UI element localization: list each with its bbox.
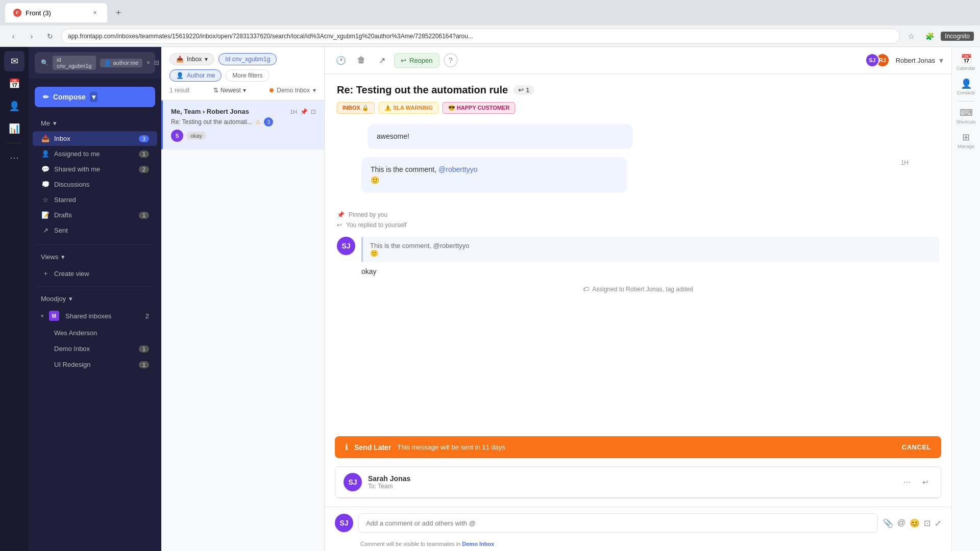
pinned-bar: 📌 Pinned by you: [337, 211, 939, 218]
conv-from: Me, Team › Robert Jonas: [171, 108, 249, 115]
attach-btn[interactable]: 📎: [883, 518, 893, 528]
conv-avatar: S: [171, 130, 183, 142]
nav-discussions[interactable]: 💭 Discussions: [33, 177, 157, 192]
toolbar-left: 🕐 🗑 ↗ ↩ Reopen ?: [333, 52, 458, 68]
rs-calendar[interactable]: 📅 Calendar: [956, 52, 976, 72]
nav-me-section: Me ▾ 📥 Inbox 3 👤 Assigned to me 1 💬 Shar…: [29, 113, 161, 240]
inbox-dot: [270, 88, 274, 92]
conv-item-1[interactable]: Me, Team › Robert Jonas 1H 📌 ⊡ Re: Testi…: [161, 101, 324, 149]
reopen-btn[interactable]: ↩ Reopen: [394, 53, 439, 68]
expand-btn[interactable]: ⤢: [935, 518, 941, 528]
tag-happy[interactable]: 😎 HAPPY CUSTOMER: [443, 102, 516, 114]
filter-chip-inbox[interactable]: 📥 Inbox ▾: [169, 53, 214, 65]
browser-tab[interactable]: F Front (3) ×: [5, 3, 107, 22]
nav-me-header[interactable]: Me ▾: [33, 116, 157, 131]
back-btn[interactable]: ‹: [6, 29, 20, 43]
new-tab-btn[interactable]: +: [111, 6, 126, 20]
browser-chrome: F Front (3) × +: [0, 0, 980, 26]
sidebar-icon-contacts[interactable]: 👤: [4, 96, 24, 116]
nav-shared-with-me[interactable]: 💬 Shared with me 2: [33, 162, 157, 177]
tab-title: Front (3): [26, 9, 51, 17]
inbox-chip-icon: 📥: [176, 56, 184, 63]
sort-button[interactable]: ⇅ Newest ▾: [213, 87, 246, 94]
conv-header: 📥 Inbox ▾ Id cnv_xgubm1g 👤 Author me Mor…: [161, 47, 324, 101]
compose-chevron[interactable]: ▾: [90, 92, 97, 102]
tab-close-btn[interactable]: ×: [91, 9, 99, 17]
address-bar[interactable]: app.frontapp.com/inboxes/teammates/15619…: [61, 29, 900, 44]
email-row-reply: SJ This is the comment, @roberttyyo 🙂 ok…: [337, 237, 939, 276]
conversation-panel: 📥 Inbox ▾ Id cnv_xgubm1g 👤 Author me Mor…: [161, 47, 325, 551]
tag-sla[interactable]: ⚠️ SLA WARNING: [379, 102, 438, 114]
nav-drafts[interactable]: 📝 Drafts 1: [33, 208, 157, 222]
conv-pin-icon: 📌: [300, 108, 308, 115]
filter-chip-author[interactable]: 👤 Author me: [169, 69, 222, 82]
extensions-btn[interactable]: 🧩: [922, 29, 937, 43]
nav-assigned-to-me[interactable]: 👤 Assigned to me 1: [33, 146, 157, 161]
search-clear-btn[interactable]: ×: [146, 59, 150, 66]
send-btn[interactable]: ↗: [374, 52, 390, 68]
nav-sent[interactable]: ↗ Sent: [33, 223, 157, 238]
cancel-send-later-btn[interactable]: CANCEL: [902, 443, 931, 451]
send-later-banner: ℹ Send Later This message will be sent i…: [335, 436, 941, 458]
nav-create-view[interactable]: ＋ Create view: [33, 265, 157, 282]
comment-bubble-2: This is the comment, @roberttyyo 🙂: [361, 157, 627, 193]
quoted-text: This is the comment, @roberttyyo 🙂: [370, 242, 932, 257]
send-later-text: This message will be sent in 11 days: [397, 443, 895, 451]
star-btn[interactable]: ☆: [904, 29, 918, 43]
gif-btn[interactable]: ⊡: [924, 518, 930, 528]
rs-contacts[interactable]: 👤 Contacts: [956, 77, 976, 97]
forward-btn[interactable]: ›: [24, 29, 39, 43]
comment-input[interactable]: [358, 513, 878, 533]
sidebar-icon-inbox[interactable]: ✉: [4, 51, 24, 71]
demo-inbox-badge: 1: [139, 345, 149, 353]
trash-btn[interactable]: 🗑: [353, 52, 370, 68]
nav-moodjoy-header[interactable]: Moodjoy ▾: [33, 291, 157, 306]
nav-ui-redesign[interactable]: UI Redesign 1: [33, 357, 157, 372]
help-btn[interactable]: ?: [444, 53, 458, 67]
draft-from: Sarah Jonas: [368, 474, 894, 483]
comment-inbox-link[interactable]: Demo Inbox: [462, 541, 494, 547]
inbox-label[interactable]: Demo Inbox ▾: [270, 87, 316, 94]
more-filters-btn[interactable]: More filters: [226, 69, 269, 82]
warn-icon: ⚠: [255, 118, 261, 126]
sidebar-icon-calendar[interactable]: 📅: [4, 73, 24, 94]
draft-reply-btn[interactable]: ↩: [918, 475, 933, 489]
nav-views-header[interactable]: Views ▾: [33, 249, 157, 264]
sidebar-icon-more[interactable]: ⋯: [4, 147, 24, 168]
create-view-icon: ＋: [41, 269, 50, 278]
compose-button[interactable]: ✏ Compose ▾: [35, 87, 155, 107]
rs-manage[interactable]: ⊞ Manage: [956, 130, 976, 151]
nav-demo-inbox[interactable]: Demo Inbox 1: [33, 341, 157, 356]
conv-archive-icon[interactable]: ⊡: [311, 108, 316, 115]
browser-nav: ‹ › ↻ app.frontapp.com/inboxes/teammates…: [0, 26, 980, 47]
tag-inbox[interactable]: INBOX 🔒: [337, 102, 375, 114]
nav-shared-inboxes-header[interactable]: ▾ M Shared inboxes 2: [33, 307, 157, 324]
draft-more-btn[interactable]: ⋯: [900, 475, 914, 489]
assignee-group: SJ RJ Robert Jonas ▾: [865, 53, 943, 67]
mention-btn[interactable]: @: [897, 518, 905, 528]
inbox-icon: 📥: [41, 135, 50, 142]
email-row-content-2: This is the comment, @roberttyyo 🙂: [361, 157, 925, 201]
emoji-btn[interactable]: 😊: [910, 518, 920, 528]
avatar-sj: SJ: [865, 53, 879, 67]
nav-wes-anderson[interactable]: Wes Anderson: [33, 325, 157, 340]
comment-avatar: SJ: [335, 514, 353, 532]
assigned-notice: 🏷 Assigned to Robert Jonas, tag added: [337, 286, 939, 293]
nav-inbox[interactable]: 📥 Inbox 3: [33, 131, 157, 146]
conv-tag-okay: okay: [186, 132, 206, 140]
rs-shortcuts[interactable]: ⌨ Shortcuts: [956, 106, 976, 126]
sidebar-icon-analytics[interactable]: 📊: [4, 118, 24, 139]
search-filter1[interactable]: id cnv_xgubm1g: [53, 56, 96, 70]
nav-starred[interactable]: ☆ Starred: [33, 192, 157, 207]
filter-chip-id[interactable]: Id cnv_xgubm1g: [218, 53, 277, 65]
comment-bubble-1: awesome!: [368, 124, 633, 149]
assignee-chevron[interactable]: ▾: [939, 56, 943, 65]
search-filter-icon[interactable]: ⊟: [154, 59, 159, 66]
conversation-list: Me, Team › Robert Jonas 1H 📌 ⊡ Re: Testi…: [161, 101, 324, 551]
m-icon: M: [49, 311, 59, 321]
refresh-btn[interactable]: ↻: [43, 29, 57, 43]
clock-btn[interactable]: 🕐: [333, 52, 349, 68]
replied-bar: ↩ You replied to yourself: [337, 221, 939, 229]
comment-text-2: This is the comment, @roberttyyo 🙂: [371, 164, 618, 186]
conv-time: 1H: [290, 109, 297, 115]
